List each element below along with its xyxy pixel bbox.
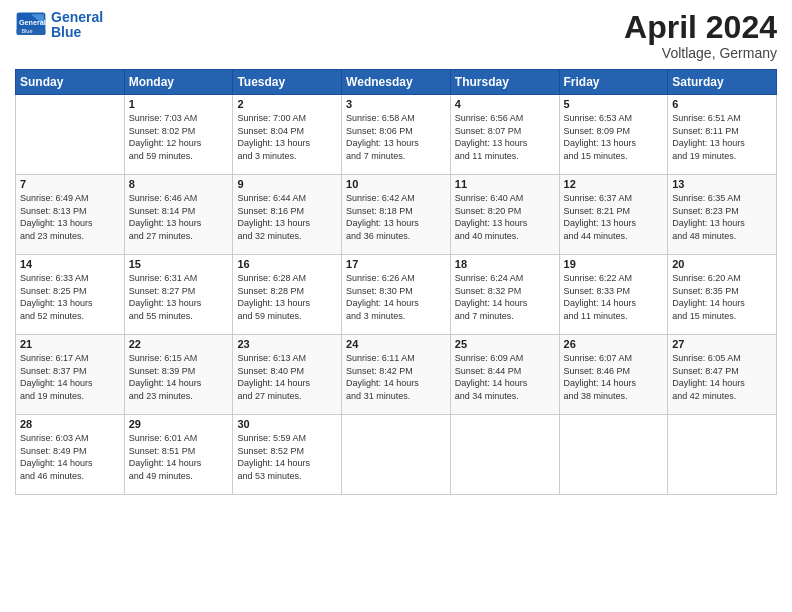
day-cell: 19Sunrise: 6:22 AMSunset: 8:33 PMDayligh… [559, 255, 668, 335]
logo-text: General Blue [51, 10, 103, 41]
header: General Blue General Blue April 2024 Vol… [15, 10, 777, 61]
day-cell: 25Sunrise: 6:09 AMSunset: 8:44 PMDayligh… [450, 335, 559, 415]
day-number: 1 [129, 98, 229, 110]
col-header-wednesday: Wednesday [342, 70, 451, 95]
col-header-monday: Monday [124, 70, 233, 95]
day-cell: 26Sunrise: 6:07 AMSunset: 8:46 PMDayligh… [559, 335, 668, 415]
day-cell: 17Sunrise: 6:26 AMSunset: 8:30 PMDayligh… [342, 255, 451, 335]
day-cell: 14Sunrise: 6:33 AMSunset: 8:25 PMDayligh… [16, 255, 125, 335]
day-number: 7 [20, 178, 120, 190]
day-cell: 2Sunrise: 7:00 AMSunset: 8:04 PMDaylight… [233, 95, 342, 175]
col-header-friday: Friday [559, 70, 668, 95]
day-info: Sunrise: 6:13 AMSunset: 8:40 PMDaylight:… [237, 352, 337, 402]
day-number: 16 [237, 258, 337, 270]
day-info: Sunrise: 6:11 AMSunset: 8:42 PMDaylight:… [346, 352, 446, 402]
day-info: Sunrise: 6:58 AMSunset: 8:06 PMDaylight:… [346, 112, 446, 162]
day-number: 10 [346, 178, 446, 190]
day-info: Sunrise: 6:15 AMSunset: 8:39 PMDaylight:… [129, 352, 229, 402]
day-cell: 15Sunrise: 6:31 AMSunset: 8:27 PMDayligh… [124, 255, 233, 335]
day-cell: 13Sunrise: 6:35 AMSunset: 8:23 PMDayligh… [668, 175, 777, 255]
day-info: Sunrise: 6:01 AMSunset: 8:51 PMDaylight:… [129, 432, 229, 482]
day-cell [450, 415, 559, 495]
day-cell [342, 415, 451, 495]
day-number: 14 [20, 258, 120, 270]
day-cell: 28Sunrise: 6:03 AMSunset: 8:49 PMDayligh… [16, 415, 125, 495]
week-row-4: 21Sunrise: 6:17 AMSunset: 8:37 PMDayligh… [16, 335, 777, 415]
day-info: Sunrise: 6:31 AMSunset: 8:27 PMDaylight:… [129, 272, 229, 322]
day-cell: 6Sunrise: 6:51 AMSunset: 8:11 PMDaylight… [668, 95, 777, 175]
header-row: SundayMondayTuesdayWednesdayThursdayFrid… [16, 70, 777, 95]
day-info: Sunrise: 6:42 AMSunset: 8:18 PMDaylight:… [346, 192, 446, 242]
day-number: 25 [455, 338, 555, 350]
day-number: 8 [129, 178, 229, 190]
logo-icon: General Blue [15, 11, 47, 39]
logo: General Blue General Blue [15, 10, 103, 41]
day-info: Sunrise: 6:05 AMSunset: 8:47 PMDaylight:… [672, 352, 772, 402]
day-info: Sunrise: 6:35 AMSunset: 8:23 PMDaylight:… [672, 192, 772, 242]
day-number: 29 [129, 418, 229, 430]
day-cell: 23Sunrise: 6:13 AMSunset: 8:40 PMDayligh… [233, 335, 342, 415]
day-info: Sunrise: 6:44 AMSunset: 8:16 PMDaylight:… [237, 192, 337, 242]
day-number: 28 [20, 418, 120, 430]
day-number: 20 [672, 258, 772, 270]
day-cell: 12Sunrise: 6:37 AMSunset: 8:21 PMDayligh… [559, 175, 668, 255]
day-info: Sunrise: 6:24 AMSunset: 8:32 PMDaylight:… [455, 272, 555, 322]
day-number: 21 [20, 338, 120, 350]
day-number: 6 [672, 98, 772, 110]
day-cell: 16Sunrise: 6:28 AMSunset: 8:28 PMDayligh… [233, 255, 342, 335]
day-cell [559, 415, 668, 495]
day-number: 26 [564, 338, 664, 350]
day-number: 27 [672, 338, 772, 350]
day-number: 12 [564, 178, 664, 190]
day-number: 2 [237, 98, 337, 110]
day-info: Sunrise: 6:26 AMSunset: 8:30 PMDaylight:… [346, 272, 446, 322]
day-cell: 9Sunrise: 6:44 AMSunset: 8:16 PMDaylight… [233, 175, 342, 255]
day-info: Sunrise: 7:00 AMSunset: 8:04 PMDaylight:… [237, 112, 337, 162]
day-cell: 27Sunrise: 6:05 AMSunset: 8:47 PMDayligh… [668, 335, 777, 415]
day-info: Sunrise: 6:53 AMSunset: 8:09 PMDaylight:… [564, 112, 664, 162]
day-cell: 30Sunrise: 5:59 AMSunset: 8:52 PMDayligh… [233, 415, 342, 495]
col-header-tuesday: Tuesday [233, 70, 342, 95]
day-info: Sunrise: 6:40 AMSunset: 8:20 PMDaylight:… [455, 192, 555, 242]
day-info: Sunrise: 6:28 AMSunset: 8:28 PMDaylight:… [237, 272, 337, 322]
day-cell [668, 415, 777, 495]
day-number: 24 [346, 338, 446, 350]
day-cell: 1Sunrise: 7:03 AMSunset: 8:02 PMDaylight… [124, 95, 233, 175]
col-header-sunday: Sunday [16, 70, 125, 95]
day-number: 11 [455, 178, 555, 190]
calendar-page: General Blue General Blue April 2024 Vol… [0, 0, 792, 612]
day-cell: 4Sunrise: 6:56 AMSunset: 8:07 PMDaylight… [450, 95, 559, 175]
day-info: Sunrise: 6:07 AMSunset: 8:46 PMDaylight:… [564, 352, 664, 402]
col-header-saturday: Saturday [668, 70, 777, 95]
day-cell: 3Sunrise: 6:58 AMSunset: 8:06 PMDaylight… [342, 95, 451, 175]
day-number: 15 [129, 258, 229, 270]
col-header-thursday: Thursday [450, 70, 559, 95]
day-number: 17 [346, 258, 446, 270]
day-cell: 29Sunrise: 6:01 AMSunset: 8:51 PMDayligh… [124, 415, 233, 495]
day-info: Sunrise: 6:22 AMSunset: 8:33 PMDaylight:… [564, 272, 664, 322]
week-row-5: 28Sunrise: 6:03 AMSunset: 8:49 PMDayligh… [16, 415, 777, 495]
day-number: 5 [564, 98, 664, 110]
day-info: Sunrise: 6:49 AMSunset: 8:13 PMDaylight:… [20, 192, 120, 242]
calendar-table: SundayMondayTuesdayWednesdayThursdayFrid… [15, 69, 777, 495]
week-row-2: 7Sunrise: 6:49 AMSunset: 8:13 PMDaylight… [16, 175, 777, 255]
day-cell: 22Sunrise: 6:15 AMSunset: 8:39 PMDayligh… [124, 335, 233, 415]
day-info: Sunrise: 6:37 AMSunset: 8:21 PMDaylight:… [564, 192, 664, 242]
day-info: Sunrise: 7:03 AMSunset: 8:02 PMDaylight:… [129, 112, 229, 162]
day-number: 4 [455, 98, 555, 110]
day-info: Sunrise: 6:09 AMSunset: 8:44 PMDaylight:… [455, 352, 555, 402]
day-cell: 24Sunrise: 6:11 AMSunset: 8:42 PMDayligh… [342, 335, 451, 415]
day-cell: 8Sunrise: 6:46 AMSunset: 8:14 PMDaylight… [124, 175, 233, 255]
day-number: 3 [346, 98, 446, 110]
month-title: April 2024 [624, 10, 777, 45]
day-info: Sunrise: 6:56 AMSunset: 8:07 PMDaylight:… [455, 112, 555, 162]
day-cell: 18Sunrise: 6:24 AMSunset: 8:32 PMDayligh… [450, 255, 559, 335]
day-info: Sunrise: 6:46 AMSunset: 8:14 PMDaylight:… [129, 192, 229, 242]
day-number: 30 [237, 418, 337, 430]
day-info: Sunrise: 6:51 AMSunset: 8:11 PMDaylight:… [672, 112, 772, 162]
day-cell: 21Sunrise: 6:17 AMSunset: 8:37 PMDayligh… [16, 335, 125, 415]
location: Voltlage, Germany [624, 45, 777, 61]
svg-text:General: General [19, 19, 46, 28]
day-info: Sunrise: 6:33 AMSunset: 8:25 PMDaylight:… [20, 272, 120, 322]
day-number: 23 [237, 338, 337, 350]
